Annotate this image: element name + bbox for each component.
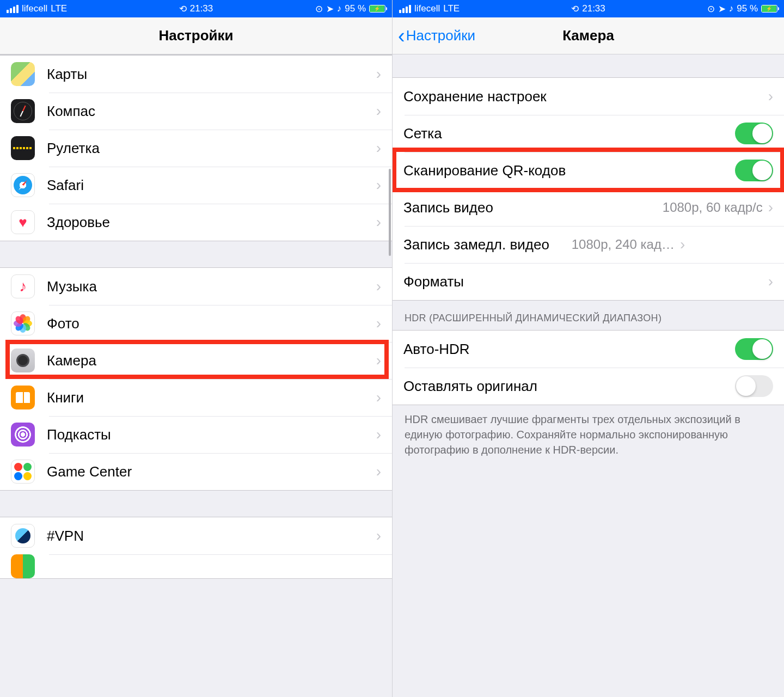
- back-button[interactable]: ‹ Настройки: [398, 26, 475, 46]
- camera-icon: [11, 348, 35, 372]
- status-bar: lifecell LTE ⟲ 21:33 ⊙ ➤ ♪ 95 % ⚡: [0, 0, 392, 17]
- keep-original-toggle[interactable]: [735, 375, 773, 397]
- network-label: LTE: [443, 3, 460, 14]
- nav-bar: Настройки: [0, 17, 392, 54]
- row-label: Сканирование QR-кодов: [403, 162, 735, 179]
- row-detail: 1080p, 240 кад…: [555, 237, 675, 252]
- chevron-right-icon: ›: [376, 527, 381, 545]
- row-camera[interactable]: Камера ›: [0, 342, 392, 379]
- row-label: Safari: [47, 177, 376, 194]
- books-icon: [11, 386, 35, 409]
- row-photos[interactable]: Фото ›: [0, 305, 392, 342]
- chevron-right-icon: ›: [376, 278, 381, 295]
- chevron-right-icon: ›: [376, 102, 381, 120]
- chevron-left-icon: ‹: [398, 26, 405, 46]
- battery-pct-label: 95 %: [345, 3, 366, 14]
- hotspot-icon: ⟲: [571, 3, 579, 15]
- qr-toggle[interactable]: [735, 160, 773, 181]
- battery-icon: ⚡: [761, 5, 777, 13]
- row-label: Запись замедл. видео: [403, 236, 549, 253]
- row-qr-scan[interactable]: Сканирование QR-кодов: [393, 152, 784, 189]
- chevron-right-icon: ›: [768, 88, 773, 105]
- right-phone: lifecell LTE ⟲ 21:33 ⊙ ➤ ♪ 95 % ⚡ ‹ Наст…: [392, 0, 784, 697]
- settings-list[interactable]: Карты › Компас › Рулетка › Safari › ♥ Зд…: [0, 54, 392, 697]
- row-label: Здоровье: [47, 214, 376, 231]
- music-icon: ♪: [11, 274, 35, 298]
- carrier-label: lifecell: [22, 3, 47, 14]
- row-label: Авто-HDR: [403, 341, 735, 358]
- location-icon: ➤: [326, 3, 334, 15]
- row-label: Музыка: [47, 278, 376, 295]
- row-label: Компас: [47, 103, 376, 120]
- row-label: #VPN: [47, 528, 376, 545]
- camera-settings[interactable]: Сохранение настроек › Сетка Сканирование…: [393, 54, 784, 697]
- grid-toggle[interactable]: [735, 123, 773, 144]
- headphones-icon: ♪: [729, 3, 734, 14]
- row-preserve-settings[interactable]: Сохранение настроек ›: [393, 78, 784, 115]
- auto-hdr-toggle[interactable]: [735, 338, 773, 360]
- rotation-lock-icon: ⊙: [315, 3, 323, 15]
- row-formats[interactable]: Форматы ›: [393, 263, 784, 300]
- maps-icon: [11, 62, 35, 86]
- row-label: Форматы: [403, 273, 768, 290]
- row-label: Оставлять оригинал: [403, 378, 735, 395]
- row-label: Game Center: [47, 463, 376, 480]
- battery-icon: ⚡: [369, 5, 385, 13]
- hotspot-icon: ⟲: [179, 3, 187, 15]
- row-record-slomo[interactable]: Запись замедл. видео 1080p, 240 кад… ›: [393, 226, 784, 263]
- left-phone: lifecell LTE ⟲ 21:33 ⊙ ➤ ♪ 95 % ⚡ Настро…: [0, 0, 392, 697]
- measure-icon: [11, 136, 35, 160]
- chevron-right-icon: ›: [376, 139, 381, 157]
- chevron-right-icon: ›: [376, 176, 381, 194]
- chevron-right-icon: ›: [376, 463, 381, 480]
- chevron-right-icon: ›: [680, 236, 685, 253]
- row-vpn[interactable]: #VPN ›: [0, 517, 392, 554]
- row-compass[interactable]: Компас ›: [0, 93, 392, 130]
- location-icon: ➤: [718, 3, 726, 15]
- row-label: Сохранение настроек: [403, 88, 768, 105]
- row-measure[interactable]: Рулетка ›: [0, 130, 392, 167]
- row-auto-hdr[interactable]: Авто-HDR: [393, 331, 784, 368]
- row-extra[interactable]: [0, 554, 392, 578]
- clock-label: 21:33: [190, 3, 213, 14]
- row-music[interactable]: ♪ Музыка ›: [0, 268, 392, 305]
- vpn-icon: [11, 524, 35, 548]
- chevron-right-icon: ›: [376, 352, 381, 369]
- row-books[interactable]: Книги ›: [0, 379, 392, 416]
- row-grid[interactable]: Сетка: [393, 115, 784, 152]
- rotation-lock-icon: ⊙: [707, 3, 715, 15]
- hdr-section-footer: HDR смешивает лучшие фрагменты трех отде…: [393, 405, 784, 468]
- nav-bar: ‹ Настройки Камера: [393, 17, 784, 54]
- row-label: Сетка: [403, 125, 735, 142]
- row-health[interactable]: ♥ Здоровье ›: [0, 204, 392, 241]
- chevron-right-icon: ›: [376, 65, 381, 83]
- row-safari[interactable]: Safari ›: [0, 167, 392, 204]
- clock-label: 21:33: [582, 3, 605, 14]
- row-label: Запись видео: [403, 199, 663, 216]
- row-label: Карты: [47, 66, 376, 83]
- row-podcasts[interactable]: Подкасты ›: [0, 416, 392, 453]
- back-label: Настройки: [406, 27, 476, 44]
- photos-icon: [11, 311, 35, 335]
- scroll-indicator: [389, 169, 391, 256]
- signal-bars-icon: [399, 5, 411, 13]
- hdr-section-header: HDR (РАСШИРЕННЫЙ ДИНАМИЧЕСКИЙ ДИАПАЗОН): [393, 301, 784, 330]
- row-gamecenter[interactable]: Game Center ›: [0, 453, 392, 490]
- chevron-right-icon: ›: [768, 273, 773, 290]
- row-detail: 1080p, 60 кадр/с: [663, 200, 763, 215]
- page-title: Настройки: [158, 27, 233, 44]
- row-label: Подкасты: [47, 426, 376, 443]
- network-label: LTE: [51, 3, 67, 14]
- gamecenter-icon: [11, 460, 35, 484]
- safari-icon: [11, 173, 35, 197]
- row-record-video[interactable]: Запись видео 1080p, 60 кадр/с ›: [393, 189, 784, 226]
- compass-icon: [11, 99, 35, 123]
- row-maps[interactable]: Карты ›: [0, 56, 392, 93]
- chevron-right-icon: ›: [376, 426, 381, 443]
- chevron-right-icon: ›: [376, 213, 381, 231]
- row-label: Фото: [47, 315, 376, 332]
- row-keep-original[interactable]: Оставлять оригинал: [393, 368, 784, 405]
- extra-icon: [11, 554, 35, 578]
- battery-pct-label: 95 %: [737, 3, 758, 14]
- status-bar: lifecell LTE ⟲ 21:33 ⊙ ➤ ♪ 95 % ⚡: [393, 0, 784, 17]
